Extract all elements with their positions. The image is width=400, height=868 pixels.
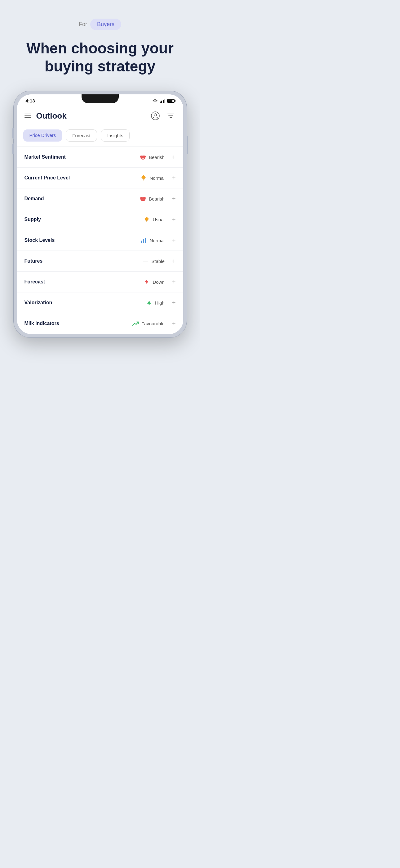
item-indicator-forecast: Down xyxy=(143,278,164,285)
arrow-up-icon-valorization xyxy=(146,299,153,306)
camera-dot xyxy=(98,97,103,102)
item-value-milk-indicators: Favourable xyxy=(141,321,165,326)
item-value-current-price-level: Normal xyxy=(149,176,164,181)
svg-marker-13 xyxy=(141,175,146,180)
arrow-down-icon-forecast xyxy=(143,278,150,285)
phone-button-vol-down xyxy=(12,144,14,154)
status-icons xyxy=(152,99,174,103)
item-indicator-market-sentiment: Bearish xyxy=(139,154,165,160)
item-label-milk-indicators: Milk Indicators xyxy=(25,321,132,326)
item-indicator-current-price-level: Normal xyxy=(140,175,164,181)
item-label-market-sentiment: Market Sentiment xyxy=(25,154,139,160)
list-item-milk-indicators[interactable]: Milk Indicators Favourable + xyxy=(17,313,183,334)
tabs-container: Price Drivers Forecast Insights xyxy=(17,126,183,147)
phone-screen: 4:13 xyxy=(17,94,183,334)
app-title: Outlook xyxy=(36,111,67,121)
phone-button-vol-up xyxy=(12,128,14,139)
item-label-forecast: Forecast xyxy=(25,279,143,285)
battery-icon xyxy=(167,99,174,103)
expand-icon-valorization[interactable]: + xyxy=(172,300,176,306)
item-indicator-futures: Stable xyxy=(142,258,165,265)
status-time: 4:13 xyxy=(26,98,35,103)
app-header: Outlook xyxy=(17,106,183,126)
tab-insights[interactable]: Insights xyxy=(101,129,130,142)
phone-button-power xyxy=(187,136,188,154)
svg-point-0 xyxy=(151,112,159,120)
expand-icon-market-sentiment[interactable]: + xyxy=(172,154,176,160)
svg-point-12 xyxy=(142,159,143,159)
hamburger-line xyxy=(25,117,31,118)
svg-marker-22 xyxy=(144,217,149,221)
hamburger-menu[interactable] xyxy=(25,114,31,118)
item-value-supply: Usual xyxy=(153,217,164,222)
svg-point-8 xyxy=(141,156,143,157)
header-right xyxy=(151,111,176,121)
expand-icon-futures[interactable]: + xyxy=(172,258,176,264)
headline-section: When choosing your buying strategy xyxy=(17,39,183,75)
item-label-futures: Futures xyxy=(25,258,142,264)
item-label-demand: Demand xyxy=(25,196,139,202)
expand-icon-forecast[interactable]: + xyxy=(172,279,176,285)
expand-icon-current-price-level[interactable]: + xyxy=(172,175,176,181)
dash-icon-futures xyxy=(142,258,149,265)
wifi-icon xyxy=(152,99,158,103)
item-value-market-sentiment: Bearish xyxy=(149,155,165,160)
diamond-icon-supply xyxy=(143,216,150,223)
bars-icon-stock-levels xyxy=(140,237,147,244)
item-indicator-demand: Bearish xyxy=(139,195,165,202)
svg-point-11 xyxy=(143,158,144,159)
svg-point-9 xyxy=(143,156,144,157)
svg-point-19 xyxy=(143,197,144,198)
buyers-badge[interactable]: Buyers xyxy=(90,19,121,30)
list-item-stock-levels[interactable]: Stock Levels Normal + xyxy=(17,230,183,251)
status-bar: 4:13 xyxy=(17,94,183,106)
svg-rect-27 xyxy=(148,303,149,305)
expand-icon-stock-levels[interactable]: + xyxy=(172,237,176,243)
filter-icon[interactable] xyxy=(166,111,176,121)
list-item-valorization[interactable]: Valorization High + xyxy=(17,292,183,313)
list-item-current-price-level[interactable]: Current Price Level Normal + xyxy=(17,168,183,188)
list-item-demand[interactable]: Demand xyxy=(17,188,183,209)
phone-mockup: 4:13 xyxy=(13,91,187,338)
svg-point-1 xyxy=(154,114,157,116)
tab-forecast[interactable]: Forecast xyxy=(66,129,97,142)
item-label-valorization: Valorization xyxy=(25,300,146,306)
item-value-stock-levels: Normal xyxy=(149,238,164,243)
item-label-current-price-level: Current Price Level xyxy=(25,175,140,181)
top-label-section: For Buyers xyxy=(79,19,121,30)
signal-icon xyxy=(160,99,165,103)
expand-icon-supply[interactable]: + xyxy=(172,216,176,223)
list-item-market-sentiment[interactable]: Market Sentiment xyxy=(17,147,183,168)
svg-point-21 xyxy=(143,199,144,200)
hamburger-line xyxy=(25,116,31,116)
analytics-icon[interactable] xyxy=(151,111,160,121)
list-item-forecast[interactable]: Forecast Down + xyxy=(17,272,183,292)
content-list: Market Sentiment xyxy=(17,147,183,334)
trend-up-icon-milk-indicators xyxy=(132,320,139,327)
item-value-futures: Stable xyxy=(151,258,165,264)
bear-icon-demand xyxy=(139,195,146,202)
item-indicator-valorization: High xyxy=(146,299,165,306)
list-item-futures[interactable]: Futures Stable + xyxy=(17,251,183,272)
list-item-supply[interactable]: Supply Usual + xyxy=(17,209,183,230)
expand-icon-demand[interactable]: + xyxy=(172,195,176,202)
svg-rect-25 xyxy=(146,280,147,282)
for-text: For xyxy=(79,21,87,28)
item-value-demand: Bearish xyxy=(149,196,165,202)
svg-point-10 xyxy=(142,158,143,159)
item-value-valorization: High xyxy=(155,300,165,306)
bear-icon xyxy=(139,154,146,160)
item-indicator-milk-indicators: Favourable xyxy=(132,320,165,327)
hamburger-line xyxy=(25,114,31,114)
svg-point-20 xyxy=(142,199,143,200)
expand-icon-milk-indicators[interactable]: + xyxy=(172,320,176,327)
header-left: Outlook xyxy=(25,111,67,121)
item-label-supply: Supply xyxy=(25,217,143,222)
headline-text: When choosing your buying strategy xyxy=(26,39,174,75)
phone-outer-shell: 4:13 xyxy=(13,91,187,338)
tab-price-drivers[interactable]: Price Drivers xyxy=(23,129,62,142)
svg-point-18 xyxy=(141,197,143,198)
item-value-forecast: Down xyxy=(153,279,164,285)
item-label-stock-levels: Stock Levels xyxy=(25,238,140,243)
diamond-icon xyxy=(140,175,147,181)
